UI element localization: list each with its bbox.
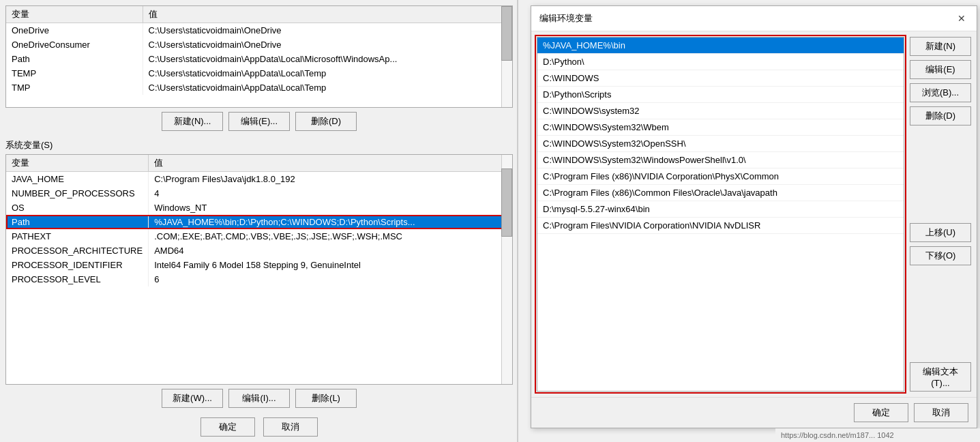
sys-var-row[interactable]: OSWindows_NT — [6, 201, 512, 215]
sys-var-name: OS — [6, 201, 149, 215]
sys-var-row[interactable]: PROCESSOR_ARCHITECTUREAMD64 — [6, 244, 512, 258]
user-var-row[interactable]: PathC:\Users\staticvoidmain\AppData\Loca… — [6, 52, 512, 66]
dialog-titlebar: 编辑环境变量 ✕ — [531, 6, 977, 31]
path-list-item[interactable]: C:\WINDOWS\System32\Wbem — [537, 119, 904, 136]
path-delete-button[interactable]: 删除(D) — [910, 106, 971, 126]
sys-var-name: NUMBER_OF_PROCESSORS — [6, 186, 149, 201]
sys-var-value: C:\Program Files\Java\jdk1.8.0_192 — [149, 172, 512, 187]
user-var-name: OneDrive — [6, 23, 143, 38]
sys-var-value: Intel64 Family 6 Model 158 Stepping 9, G… — [149, 258, 512, 272]
dialog-right-buttons: 新建(N) 编辑(E) 浏览(B)... 删除(D) 上移(U) 下移(O) 编… — [910, 37, 971, 392]
lower-scrollbar[interactable] — [501, 155, 512, 384]
sys-var-row[interactable]: NUMBER_OF_PROCESSORS4 — [6, 186, 512, 201]
path-edit-text-button[interactable]: 编辑文本(T)... — [910, 362, 971, 392]
sys-var-value: Windows_NT — [149, 201, 512, 215]
system-variables-label: 系统变量(S) — [5, 139, 513, 151]
edit-env-dialog: 编辑环境变量 ✕ %JAVA_HOME%\binD:\Python\C:\WIN… — [531, 5, 977, 428]
status-bar: https://blog.csdn.net/m187... 1042 — [775, 428, 980, 442]
user-var-name: Path — [6, 52, 143, 66]
sys-var-name: PROCESSOR_LEVEL — [6, 272, 149, 286]
dialog-title: 编辑环境变量 — [539, 12, 593, 25]
sys-var-name: PROCESSOR_ARCHITECTURE — [6, 244, 149, 258]
user-var-row[interactable]: OneDriveConsumerC:\Users\staticvoidmain\… — [6, 38, 512, 52]
upper-scrollbar-thumb[interactable] — [501, 6, 512, 61]
path-list-item[interactable]: %JAVA_HOME%\bin — [537, 38, 904, 54]
user-var-row[interactable]: OneDriveC:\Users\staticvoidmain\OneDrive — [6, 23, 512, 38]
dialog-footer: 确定 取消 — [531, 397, 977, 428]
path-list-item[interactable]: D:\mysql-5.5.27-winx64\bin — [537, 201, 904, 218]
path-list-item[interactable]: C:\WINDOWS\System32\OpenSSH\ — [537, 136, 904, 152]
path-up-button[interactable]: 上移(U) — [910, 223, 971, 242]
close-button[interactable]: ✕ — [955, 12, 968, 25]
user-new-button[interactable]: 新建(N)... — [162, 112, 223, 131]
sys-var-row[interactable]: PROCESSOR_IDENTIFIERIntel64 Family 6 Mod… — [6, 258, 512, 272]
path-browse-button[interactable]: 浏览(B)... — [910, 83, 971, 102]
main-ok-button[interactable]: 确定 — [201, 417, 255, 437]
main-cancel-button[interactable]: 取消 — [263, 417, 318, 437]
sys-var-value: 6 — [149, 272, 512, 286]
sys-var-row[interactable]: Path%JAVA_HOME%\bin;D:\Python;C:\WINDOWS… — [6, 215, 512, 229]
sys-var-col-name: 变量 — [6, 155, 149, 172]
sys-new-button[interactable]: 新建(W)... — [162, 389, 223, 408]
sys-var-name: PATHEXT — [6, 229, 149, 244]
sys-delete-button[interactable]: 删除(L) — [295, 389, 357, 408]
dialog-cancel-button[interactable]: 取消 — [914, 403, 968, 422]
user-delete-button[interactable]: 删除(D) — [295, 112, 357, 131]
user-variables-table: 变量 值 OneDriveC:\Users\staticvoidmain\One… — [5, 5, 513, 108]
status-text: https://blog.csdn.net/m187... 1042 — [781, 431, 894, 439]
user-var-name: TEMP — [6, 66, 143, 80]
user-var-col-value: 值 — [143, 6, 512, 23]
upper-button-row: 新建(N)... 编辑(E)... 删除(D) — [5, 112, 513, 131]
path-list-item[interactable]: C:\WINDOWS — [537, 70, 904, 87]
path-down-button[interactable]: 下移(O) — [910, 246, 971, 265]
user-var-col-name: 变量 — [6, 6, 143, 23]
user-var-value: C:\Users\staticvoidmain\AppData\Local\Mi… — [143, 52, 512, 66]
user-var-name: TMP — [6, 80, 143, 95]
user-var-row[interactable]: TMPC:\Users\staticvoidmain\AppData\Local… — [6, 80, 512, 95]
path-list: %JAVA_HOME%\binD:\Python\C:\WINDOWSD:\Py… — [537, 38, 904, 234]
user-var-value: C:\Users\staticvoidmain\OneDrive — [143, 38, 512, 52]
panel-divider — [517, 0, 518, 442]
path-list-item[interactable]: C:\Program Files\NVIDIA Corporation\NVID… — [537, 218, 904, 234]
sys-var-name: PROCESSOR_IDENTIFIER — [6, 258, 149, 272]
user-var-value: C:\Users\staticvoidmain\AppData\Local\Te… — [143, 66, 512, 80]
system-variables-table: 变量 值 JAVA_HOMEC:\Program Files\Java\jdk1… — [5, 154, 513, 385]
sys-edit-button[interactable]: 编辑(I)... — [228, 389, 290, 408]
user-var-row[interactable]: TEMPC:\Users\staticvoidmain\AppData\Loca… — [6, 66, 512, 80]
sys-var-col-value: 值 — [149, 155, 512, 172]
path-edit-button[interactable]: 编辑(E) — [910, 60, 971, 79]
path-list-item[interactable]: C:\WINDOWS\System32\WindowsPowerShell\v1… — [537, 152, 904, 168]
user-var-value: C:\Users\staticvoidmain\OneDrive — [143, 23, 512, 38]
sys-var-value: AMD64 — [149, 244, 512, 258]
sys-var-name: Path — [6, 215, 149, 229]
path-list-item[interactable]: D:\Python\Scripts — [537, 87, 904, 103]
sys-var-value: %JAVA_HOME%\bin;D:\Python;C:\WINDOWS;D:\… — [149, 215, 512, 229]
sys-var-row[interactable]: JAVA_HOMEC:\Program Files\Java\jdk1.8.0_… — [6, 172, 512, 187]
path-list-container: %JAVA_HOME%\binD:\Python\C:\WINDOWSD:\Py… — [537, 37, 904, 392]
user-edit-button[interactable]: 编辑(E)... — [228, 112, 290, 131]
sys-var-name: JAVA_HOME — [6, 172, 149, 187]
sys-var-row[interactable]: PATHEXT.COM;.EXE;.BAT;.CMD;.VBS;.VBE;.JS… — [6, 229, 512, 244]
sys-var-value: .COM;.EXE;.BAT;.CMD;.VBS;.VBE;.JS;.JSE;.… — [149, 229, 512, 244]
lower-button-row: 新建(W)... 编辑(I)... 删除(L) — [5, 389, 513, 408]
lower-scrollbar-thumb[interactable] — [501, 168, 512, 237]
dialog-content: %JAVA_HOME%\binD:\Python\C:\WINDOWSD:\Py… — [531, 31, 977, 397]
user-var-value: C:\Users\staticvoidmain\AppData\Local\Te… — [143, 80, 512, 95]
path-list-item[interactable]: C:\Program Files (x86)\Common Files\Orac… — [537, 185, 904, 201]
sys-var-row[interactable]: PROCESSOR_LEVEL6 — [6, 272, 512, 286]
path-list-item[interactable]: C:\Program Files (x86)\NVIDIA Corporatio… — [537, 168, 904, 185]
path-list-item[interactable]: D:\Python\ — [537, 54, 904, 70]
path-list-item[interactable]: C:\WINDOWS\system32 — [537, 103, 904, 119]
path-new-button[interactable]: 新建(N) — [910, 37, 971, 56]
user-var-name: OneDriveConsumer — [6, 38, 143, 52]
upper-scrollbar[interactable] — [501, 6, 512, 107]
dialog-ok-button[interactable]: 确定 — [854, 403, 908, 422]
sys-var-value: 4 — [149, 186, 512, 201]
main-action-buttons: 确定 取消 — [5, 417, 513, 437]
